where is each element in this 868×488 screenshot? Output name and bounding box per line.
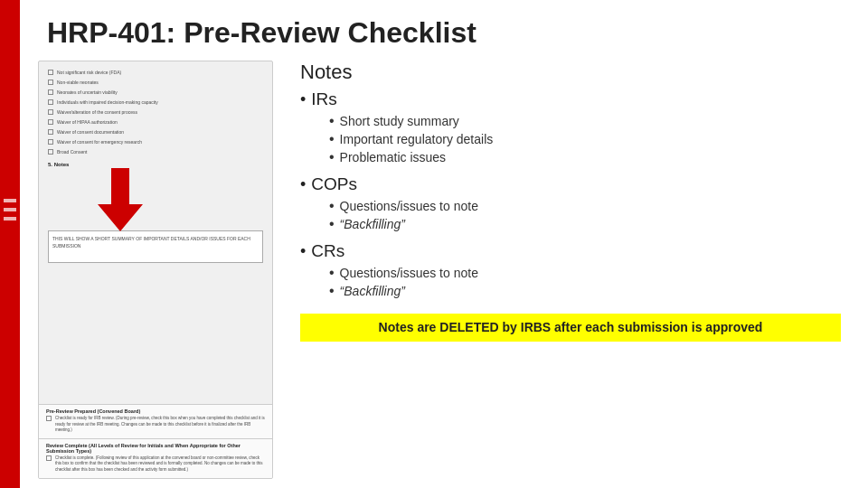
irs-sub-bullet-3: • Problematic issues (329, 149, 841, 165)
highlight-text: Notes are DELETED by IRBS after each sub… (379, 320, 763, 334)
crs-sub-bullet-1: • Questions/issues to note (329, 265, 841, 281)
irs-section: • IRs • Short study summary • Important … (300, 89, 841, 167)
title-bar: HRP-401: Pre-Review Checklist (20, 0, 868, 61)
doc-bottom-text-2: Checklist is complete. (Following review… (55, 455, 265, 473)
sub-dot: • (329, 149, 335, 165)
doc-line: Waiver of HIPAA authorization (48, 118, 263, 126)
irs-bullet-dot: • (300, 90, 306, 109)
irs-item-1: Short study summary (340, 114, 459, 128)
doc-bottom-section-title-2: Review Complete (All Levels of Review fo… (46, 443, 265, 454)
crs-sub-bullet-2: • “Backfilling” (329, 283, 841, 299)
bar-stripe-1 (4, 199, 16, 202)
doc-checkbox (48, 149, 53, 155)
svg-marker-0 (98, 168, 143, 231)
left-bar (0, 0, 20, 488)
irs-item-2: Important regulatory details (340, 132, 494, 146)
body-area: Not significant risk device (FDA) Non-vi… (20, 61, 868, 488)
crs-bullet-dot: • (300, 242, 306, 261)
crs-item-2: “Backfilling” (340, 284, 405, 298)
doc-bottom: Pre-Review Prepared (Convened Board) Che… (39, 404, 272, 438)
doc-notes-label: THIS WILL SHOW A SHORT SUMMARY OF IMPORT… (52, 235, 259, 249)
irs-sub-bullet-2: • Important regulatory details (329, 131, 841, 147)
cops-item-1: Questions/issues to note (340, 199, 478, 213)
doc-line: Broad Consent (48, 148, 263, 155)
doc-preview: Not significant risk device (FDA) Non-vi… (38, 61, 273, 479)
irs-sub-bullet-1: • Short study summary (329, 113, 841, 129)
doc-bottom-section-title: Pre-Review Prepared (Convened Board) (46, 408, 265, 414)
doc-text: Waiver/alteration of the consent process (57, 108, 137, 116)
doc-text: Broad Consent (57, 148, 87, 155)
cops-label: COPs (311, 174, 357, 194)
sub-dot: • (329, 198, 335, 214)
bar-stripe-3 (4, 217, 16, 221)
crs-heading: • CRs (300, 241, 841, 261)
doc-bottom-checkbox-line: Checklist is ready for IRB review. (Duri… (46, 416, 265, 433)
doc-checkbox (48, 89, 53, 95)
cops-bullet-dot: • (300, 175, 306, 194)
doc-line: Non-viable neonates (48, 79, 263, 86)
doc-line: Waiver/alteration of the consent process (48, 108, 263, 116)
doc-checkbox (48, 139, 53, 145)
sub-dot: • (329, 216, 335, 232)
sub-dot: • (329, 265, 335, 281)
crs-section: • CRs • Questions/issues to note • “Back… (300, 241, 841, 301)
cops-section: • COPs • Questions/issues to note • “Bac… (300, 174, 841, 234)
irs-item-3: Problematic issues (340, 150, 447, 164)
page-wrapper: HRP-401: Pre-Review Checklist Not signif… (0, 0, 868, 488)
sub-dot: • (329, 131, 335, 147)
crs-label: CRs (311, 241, 344, 261)
cops-heading: • COPs (300, 174, 841, 194)
doc-text: Waiver of HIPAA authorization (57, 118, 118, 126)
doc-checkbox (48, 129, 53, 135)
sub-dot: • (329, 113, 335, 129)
doc-text: Not significant risk device (FDA) (57, 69, 121, 76)
cops-sub-bullet-1: • Questions/issues to note (329, 198, 841, 214)
doc-checkbox (48, 80, 53, 85)
doc-bottom-checkbox-line-2: Checklist is complete. (Following review… (46, 455, 265, 473)
doc-line: Waiver of consent for emergency research (48, 138, 263, 145)
doc-text: Non-viable neonates (57, 79, 99, 86)
doc-text: Individuals with impaired decision-makin… (57, 99, 158, 106)
red-arrow-icon (84, 164, 156, 236)
doc-line: Individuals with impaired decision-makin… (48, 99, 263, 106)
doc-text: Waiver of consent documentation (57, 128, 124, 136)
crs-item-1: Questions/issues to note (340, 266, 478, 280)
doc-line: Neonates of uncertain viability (48, 89, 263, 96)
doc-bottom-text: Checklist is ready for IRB review. (Duri… (55, 416, 265, 433)
arrow-area (48, 173, 263, 227)
sub-dot: • (329, 283, 335, 299)
doc-checkbox (48, 119, 53, 125)
doc-checkbox (48, 99, 53, 105)
doc-inner: Not significant risk device (FDA) Non-vi… (39, 61, 272, 404)
doc-line: Not significant risk device (FDA) (48, 69, 263, 76)
irs-label: IRs (311, 89, 337, 109)
cops-sub-bullet-2: • “Backfilling” (329, 216, 841, 232)
doc-checkbox (46, 416, 52, 421)
crs-sub-bullets: • Questions/issues to note • “Backfillin… (329, 265, 841, 299)
main-content: HRP-401: Pre-Review Checklist Not signif… (20, 0, 868, 488)
irs-heading: • IRs (300, 89, 841, 109)
notes-content: Notes • IRs • Short study summary • (291, 61, 850, 479)
cops-item-2: “Backfilling” (340, 217, 405, 231)
irs-sub-bullets: • Short study summary • Important regula… (329, 113, 841, 165)
notes-heading: Notes (300, 61, 841, 84)
doc-checkbox-2 (46, 455, 52, 461)
bar-stripe-2 (4, 208, 16, 211)
doc-line: Waiver of consent documentation (48, 128, 263, 136)
doc-text: Neonates of uncertain viability (57, 89, 118, 96)
doc-text: Waiver of consent for emergency research (57, 138, 142, 145)
doc-bottom-2: Review Complete (All Levels of Review fo… (39, 438, 272, 478)
doc-checkbox (48, 109, 53, 115)
cops-sub-bullets: • Questions/issues to note • “Backfillin… (329, 198, 841, 232)
highlight-bar: Notes are DELETED by IRBS after each sub… (300, 314, 841, 342)
doc-checkbox (48, 70, 53, 75)
page-title: HRP-401: Pre-Review Checklist (47, 16, 841, 50)
